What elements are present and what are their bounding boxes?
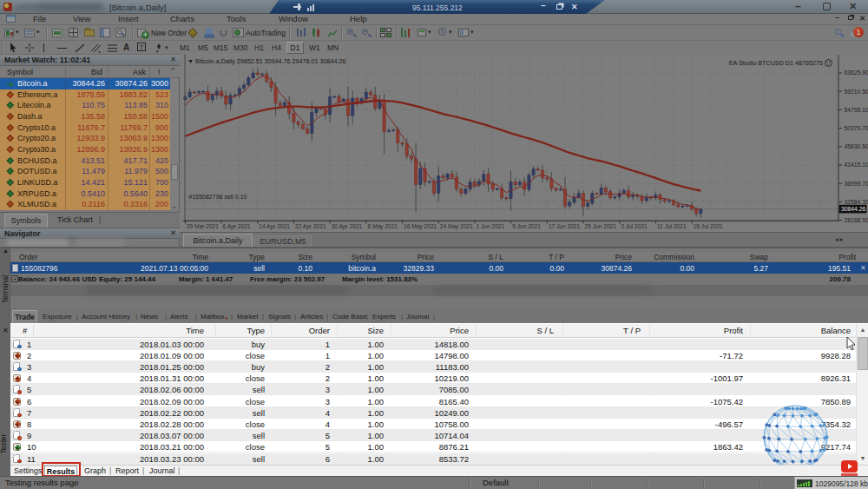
svg-text:11 Jul 2021: 11 Jul 2021 — [657, 223, 687, 229]
svg-text:17 Jun 2021: 17 Jun 2021 — [549, 223, 581, 229]
svg-text:59210.50: 59210.50 — [845, 89, 868, 95]
svg-text:6 Apr 2021: 6 Apr 2021 — [223, 223, 251, 230]
svg-text:3 Jul 2021: 3 Jul 2021 — [621, 223, 648, 229]
svg-text:#155082796 sell 0.10: #155082796 sell 0.10 — [189, 194, 247, 200]
svg-text:22 Apr 2021: 22 Apr 2021 — [295, 223, 326, 230]
svg-text:▼ Bitcoin.a,Daily 29852.51 30: ▼ Bitcoin.a,Daily 29852.51 30944.76 2947… — [187, 57, 346, 65]
svg-text:25 Jun 2021: 25 Jun 2021 — [585, 223, 617, 229]
svg-text:30 Apr 2021: 30 Apr 2021 — [332, 223, 363, 230]
svg-text:45830.50: 45830.50 — [845, 143, 868, 149]
svg-text:8 May 2021: 8 May 2021 — [367, 223, 398, 230]
svg-text:54795.10: 54795.10 — [845, 107, 868, 113]
svg-text:36999.70: 36999.70 — [845, 181, 868, 187]
svg-text:41415.10: 41415.10 — [845, 162, 868, 168]
svg-text:28168.90: 28168.90 — [845, 217, 868, 223]
svg-text:9 Jun 2021: 9 Jun 2021 — [512, 223, 541, 229]
svg-text:24 May 2021: 24 May 2021 — [440, 223, 473, 230]
svg-text:1 Jun 2021: 1 Jun 2021 — [477, 223, 505, 229]
svg-text:16 May 2021: 16 May 2021 — [404, 223, 437, 230]
svg-text:14 Apr 2021: 14 Apr 2021 — [259, 223, 290, 230]
svg-text:19 Jul 2021: 19 Jul 2021 — [694, 223, 723, 229]
svg-text:EA Studio BTCUSD D1 48765275: EA Studio BTCUSD D1 48765275 — [729, 59, 823, 67]
svg-text:50379.70: 50379.70 — [845, 125, 868, 131]
svg-text:32584.30: 32584.30 — [845, 199, 868, 205]
svg-text:30844.26: 30844.26 — [841, 206, 866, 212]
svg-text:29 Mar 2021: 29 Mar 2021 — [187, 223, 219, 229]
svg-text:63625.90: 63625.90 — [845, 69, 868, 76]
